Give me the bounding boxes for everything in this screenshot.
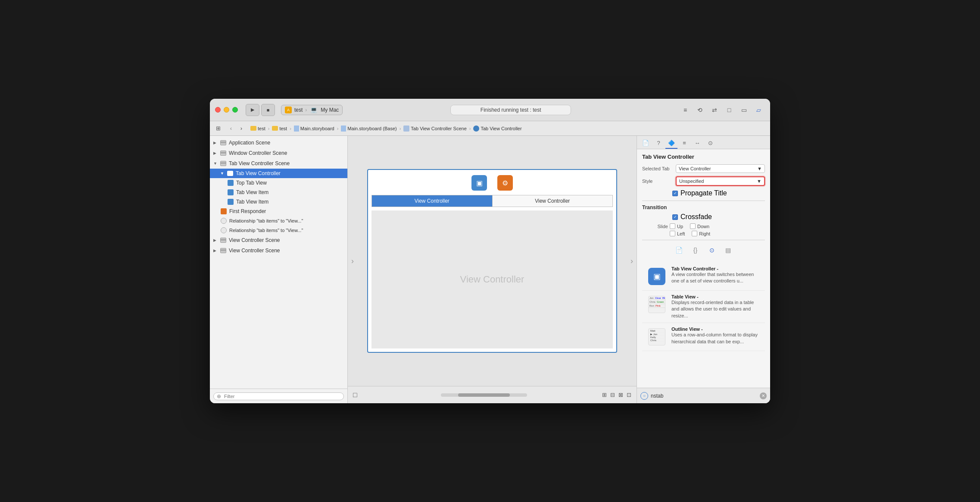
scene-content[interactable]: View Controller <box>371 210 613 348</box>
sidebar-item-tab-view-controller-scene[interactable]: Tab View Controller Scene <box>210 158 347 169</box>
tab-active[interactable]: View Controller <box>372 195 493 207</box>
sidebar-item-tab-view-controller[interactable]: Tab View Controller <box>210 169 347 178</box>
lib-tab-object[interactable]: ⊙ <box>706 245 718 256</box>
inspector-tab-identity[interactable]: 🔷 <box>665 138 677 149</box>
align-icon[interactable]: ⊟ <box>610 392 615 398</box>
tabview-icon <box>227 170 234 177</box>
propagate-title-checkbox[interactable]: ✓ <box>672 191 678 196</box>
up-checkbox[interactable] <box>670 223 675 229</box>
sidebar-item-view-controller-scene-2[interactable]: View Controller Scene <box>210 245 347 256</box>
sidebar-item-tab-view-item-2[interactable]: Tab View Item <box>210 197 347 207</box>
close-button[interactable] <box>215 107 221 113</box>
lib-table-icon: Jon Clear Blue Chris Green Ron <box>646 294 667 315</box>
sidebar-item-relationship-2[interactable]: Relationship "tab items" to "View..." <box>210 226 347 235</box>
canvas-scrollbar[interactable] <box>366 393 602 397</box>
filter-input[interactable] <box>213 392 344 400</box>
minimize-button[interactable] <box>224 107 229 113</box>
navigator-grid-icon[interactable]: ⊞ <box>213 124 223 133</box>
breadcrumb-label-main-storyboard-base: Main.storyboard (Base) <box>347 126 396 131</box>
canvas-arrow-left[interactable]: › <box>351 257 354 266</box>
breadcrumb-item-mainstoryboard-base[interactable]: Main.storyboard (Base) <box>341 126 396 132</box>
sidebar-label-window-controller-scene: Window Controller Scene <box>229 150 287 156</box>
main-layout: Application Scene Window Controller Scen… <box>210 136 770 403</box>
editor-standard-button[interactable]: ≡ <box>679 104 692 116</box>
left-checkbox[interactable] <box>670 231 675 236</box>
library-search-input[interactable]: nstab <box>651 393 757 399</box>
breadcrumb-item-tabvc-scene[interactable]: Tab View Controller Scene <box>403 126 466 132</box>
sidebar-label-tab-view-controller: Tab View Controller <box>236 170 281 176</box>
sidebar-item-window-controller-scene[interactable]: Window Controller Scene <box>210 148 347 158</box>
breadcrumb-item-tabvc[interactable]: Tab View Controller <box>473 126 521 132</box>
sidebar-label-tab-view-item-2: Tab View Item <box>236 199 268 205</box>
fit-screen-icon[interactable]: ⊞ <box>602 392 607 398</box>
inspector-selected-tab-row: Selected Tab View Controller ▼ <box>642 164 765 173</box>
lib-item-outline-view[interactable]: Matt ▶ Jon Kelly Chris Outline View - <box>642 323 765 351</box>
scheme-selector[interactable]: A test › 💻 My Mac <box>281 105 343 115</box>
chevron-right-icon: › <box>305 107 307 113</box>
sidebar: Application Scene Window Controller Scen… <box>210 136 348 403</box>
library-search-icon: ○ <box>640 392 648 400</box>
rotate-button[interactable]: ⟲ <box>693 104 706 116</box>
library-search-clear-button[interactable]: ✕ <box>760 392 767 399</box>
tab-inactive[interactable]: View Controller <box>493 195 613 207</box>
constraints-icon[interactable]: ⊡ <box>627 392 631 398</box>
right-checkbox[interactable] <box>692 231 697 236</box>
inspector-button[interactable]: ▱ <box>752 104 765 116</box>
up-label: Up <box>677 224 683 229</box>
propagate-title-label: Propagate Title <box>680 189 727 197</box>
breadcrumb-item-test[interactable]: test <box>272 126 287 131</box>
first-responder-scene-icon[interactable]: ⚙ <box>496 174 514 191</box>
zoom-button[interactable] <box>232 107 238 113</box>
selected-tab-select[interactable]: View Controller ▼ <box>676 164 765 173</box>
sidebar-item-view-controller-scene-1[interactable]: View Controller Scene <box>210 235 347 245</box>
lib-tab-file[interactable]: 📄 <box>674 245 685 256</box>
r1: Ron <box>649 304 654 307</box>
sidebar-item-tab-view-item-1[interactable]: Tab View Item <box>210 188 347 197</box>
inspector-tab-size[interactable]: ↔ <box>691 138 703 149</box>
inspector-tab-help[interactable]: ? <box>652 138 665 149</box>
canvas-scroll[interactable]: › ▣ ⚙ View Controller View Controller <box>348 136 637 386</box>
inspector-tab-attributes[interactable]: ≡ <box>678 138 690 149</box>
canvas-arrow-right[interactable]: › <box>630 257 633 266</box>
debug-button[interactable]: ▭ <box>737 104 750 116</box>
inspector-tab-file[interactable]: 📄 <box>640 138 652 149</box>
sidebar-item-first-responder[interactable]: First Responder <box>210 207 347 216</box>
slide-row: Slide Up Down <box>642 223 765 229</box>
style-select[interactable]: Unspecified ▼ <box>676 176 765 186</box>
blue-cube-icon-2 <box>227 189 234 196</box>
layout-icon[interactable]: ⊠ <box>618 392 623 398</box>
lib-item-tab-view-controller[interactable]: ▣ Tab View Controller - A view controlle… <box>642 263 765 291</box>
sidebar-item-relationship-1[interactable]: Relationship "tab items" to "View..." <box>210 216 347 226</box>
lib-table-desc: Displays record-oriented data in a table… <box>671 299 761 319</box>
canvas-toggle-button[interactable]: □ <box>353 391 366 399</box>
run-button[interactable]: ▶ <box>246 104 259 116</box>
tab-view-controller-scene-icon[interactable]: ▣ <box>471 174 488 191</box>
breadcrumb-back-button[interactable]: ‹ <box>226 124 236 133</box>
slide-label: Slide <box>642 224 668 229</box>
stop-button[interactable]: ■ <box>261 104 275 116</box>
breadcrumb-item-mainstoryboard[interactable]: Main.storyboard <box>294 126 334 132</box>
lib-tab-code[interactable]: {} <box>690 245 701 256</box>
lib-outline-matt: Matt <box>649 329 664 333</box>
inspector: 📄 ? 🔷 ≡ ↔ ⊙ Tab View Controller Selected… <box>637 136 770 403</box>
navigator-button[interactable]: □ <box>723 104 736 116</box>
sidebar-item-application-scene[interactable]: Application Scene <box>210 138 347 148</box>
down-checkbox[interactable] <box>690 223 696 229</box>
breadcrumb-separator-2: › <box>290 126 291 131</box>
scheme-name: test <box>294 107 303 113</box>
sidebar-item-top-tab-view[interactable]: Top Tab View <box>210 178 347 188</box>
destination-name: My Mac <box>321 107 339 113</box>
inspector-tab-connections[interactable]: ⊙ <box>704 138 716 149</box>
style-label: Style <box>642 179 672 184</box>
breadcrumb-forward-button[interactable]: › <box>237 124 246 133</box>
sidebar-content: Application Scene Window Controller Scen… <box>210 136 347 389</box>
lib-tab-vc-text: Tab View Controller - A view controller … <box>671 266 761 285</box>
c2: Green <box>657 301 664 303</box>
breadcrumb-nav: ‹ › <box>226 124 246 133</box>
lib-item-table-view[interactable]: Jon Clear Blue Chris Green Ron <box>642 291 765 323</box>
breadcrumb-separator-5: › <box>469 126 471 131</box>
back-forward-button[interactable]: ⇄ <box>708 104 721 116</box>
lib-tab-media[interactable]: ▤ <box>723 245 734 256</box>
crossfade-checkbox[interactable]: ✓ <box>672 214 678 220</box>
breadcrumb-item-test-folder[interactable]: test <box>250 126 265 131</box>
